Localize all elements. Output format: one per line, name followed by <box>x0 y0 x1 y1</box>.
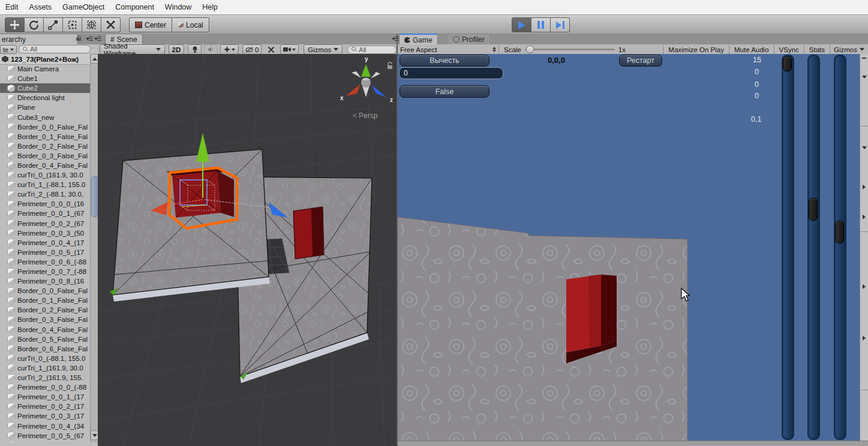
vertical-slider-1[interactable] <box>782 55 794 440</box>
vertical-slider-2[interactable] <box>807 55 820 440</box>
hierarchy-item[interactable]: curTri_0_(-88.1, 155.0 <box>0 354 90 363</box>
visibility-toggle[interactable]: 0 <box>242 44 262 55</box>
vsync-toggle[interactable]: VSync <box>774 46 804 53</box>
restart-button[interactable]: Рестарт <box>619 55 662 67</box>
hierarchy-item[interactable]: curTri_2_(161.9, 155. <box>0 373 90 382</box>
hierarchy-item[interactable]: Border_0_2_False_Fal <box>0 305 90 315</box>
hierarchy-item[interactable]: curTri_1_(-88.1, 155.0 <box>0 180 90 189</box>
foldout-arrow-icon[interactable] <box>863 336 866 340</box>
hierarchy-item[interactable]: Border_0_5_False_Fal <box>0 334 90 344</box>
scene-header-row[interactable]: 123_73(Plane2+Вож) <box>0 54 92 65</box>
rect-tool-button[interactable] <box>63 17 82 32</box>
foldout-arrow-icon[interactable] <box>862 146 867 149</box>
audio-toggle[interactable] <box>204 44 218 55</box>
hierarchy-item[interactable]: Perimeter_0_0_7_(-88 <box>0 267 90 276</box>
slider-handle[interactable] <box>809 198 818 221</box>
hierarchy-item[interactable]: Perimeter_0_0_2_(17 <box>0 402 90 411</box>
hierarchy-search-input[interactable]: All <box>19 45 91 53</box>
slider-handle[interactable] <box>783 56 792 71</box>
hierarchy-item[interactable]: curTri_1_(161.9, 30.0 <box>0 363 90 373</box>
scale-tool-button[interactable] <box>44 17 63 32</box>
hierarchy-item[interactable]: Perimeter_0_0_5_(67 <box>0 431 90 441</box>
aspect-dropdown[interactable]: Free Aspect <box>398 45 499 55</box>
menu-item[interactable]: Assets <box>24 1 58 14</box>
stats-toggle[interactable]: Stats <box>804 46 830 53</box>
slider-handle[interactable] <box>835 221 844 243</box>
subtract-button[interactable]: Вычесть <box>400 55 489 67</box>
hierarchy-item[interactable]: Perimeter_0_0_4_(34 <box>0 421 90 430</box>
foldout-arrow-icon[interactable] <box>862 76 867 79</box>
profiler-tab[interactable]: Profiler <box>447 34 490 44</box>
hierarchy-item[interactable]: Border_0_0_False_Fal <box>0 286 90 296</box>
inspector-sliver[interactable] <box>860 54 868 441</box>
hierarchy-scrollbar[interactable] <box>90 54 98 442</box>
hierarchy-item[interactable]: Border_0_4_False_Fal <box>0 161 90 170</box>
hierarchy-item[interactable]: Perimeter_0_0_8_(16 <box>0 276 90 286</box>
vertical-slider-3[interactable] <box>834 55 846 440</box>
menu-item[interactable]: Component <box>110 1 160 14</box>
projection-label[interactable]: Persp <box>353 112 377 120</box>
hierarchy-item[interactable]: Border_0_1_False_Fal <box>0 132 90 141</box>
2d-toggle[interactable]: 2D <box>169 44 185 55</box>
hierarchy-item[interactable]: curTri_0_(161.9, 30.0 <box>0 170 90 180</box>
hierarchy-item[interactable]: Border_0_3_False_Fal <box>0 315 90 324</box>
mute-audio-toggle[interactable]: Mute Audio <box>729 46 774 53</box>
draw-mode-dropdown[interactable]: Shaded Wireframe <box>100 44 165 55</box>
create-button[interactable]: te <box>0 45 17 54</box>
hierarchy-item[interactable]: Perimeter_0_0_3_(50 <box>0 228 90 238</box>
scale-slider[interactable] <box>525 49 615 50</box>
hierarchy-item[interactable]: Border_0_1_False_Fal <box>0 296 90 305</box>
scale-slider-handle[interactable] <box>526 46 534 53</box>
hierarchy-item[interactable]: Perimeter_0_0_2_(67 <box>0 219 90 228</box>
menu-item[interactable]: Window <box>160 1 197 14</box>
menu-item[interactable]: Edit <box>0 1 24 14</box>
hierarchy-item[interactable]: Perimeter_0_0_0_(-88 <box>0 382 90 392</box>
hierarchy-item[interactable]: Perimeter_0_0_3_(17 <box>0 411 90 421</box>
pivot-center-button[interactable]: Center <box>129 17 172 32</box>
pause-button[interactable] <box>531 17 551 32</box>
hierarchy-item[interactable]: Border_0_3_False_Fal <box>0 151 90 161</box>
scene-gizmos-dropdown[interactable]: Gizmos <box>304 44 343 55</box>
transform-tool-button[interactable] <box>82 17 101 32</box>
foldout-arrow-icon[interactable] <box>863 215 866 219</box>
step-button[interactable] <box>551 17 570 32</box>
hierarchy-item[interactable]: Perimeter_0_0_6_(-88 <box>0 257 90 267</box>
game-gizmos-dropdown[interactable]: Gizmos <box>830 46 868 53</box>
hierarchy-item[interactable]: Border_0_0_False_Fal <box>0 122 90 132</box>
play-button[interactable] <box>512 17 531 32</box>
menu-item[interactable]: Help <box>197 1 223 14</box>
hierarchy-item[interactable]: Perimeter_0_0_4_(17 <box>0 238 90 248</box>
hierarchy-item[interactable]: Border_0_6_False_Fal <box>0 344 90 354</box>
hierarchy-item[interactable]: Cube3_new <box>0 112 90 122</box>
hierarchy-item[interactable]: Cube1 <box>0 74 90 83</box>
hierarchy-item[interactable]: Perimeter_0_0_5_(17 <box>0 248 90 257</box>
hierarchy-item[interactable]: Main Camera <box>0 64 90 74</box>
hierarchy-item[interactable]: Perimeter_0_0_1_(17 <box>0 392 90 402</box>
hierarchy-item[interactable]: Perimeter_0_0_0_(16 <box>0 199 90 209</box>
game-viewport[interactable]: Вычесть 0,0,0 Рестарт 0 False 15 0 0 0 0… <box>398 54 860 441</box>
hierarchy-item[interactable]: Perimeter_0_0_1_(67 <box>0 209 90 218</box>
false-button[interactable]: False <box>400 85 489 98</box>
hierarchy-item[interactable]: curTri_2_(-88.1, 30.0, <box>0 189 90 199</box>
hierarchy-item[interactable]: Border_0_2_False_Fal <box>0 141 90 151</box>
hierarchy-item[interactable]: Cube2 <box>0 83 90 93</box>
number-input[interactable]: 0 <box>399 67 503 79</box>
camera-dropdown[interactable] <box>280 44 299 55</box>
effects-dropdown[interactable] <box>220 44 239 55</box>
maximize-on-play-toggle[interactable]: Maximize On Play <box>663 46 729 53</box>
move-tool-button[interactable] <box>5 17 25 32</box>
hierarchy-item[interactable]: Border_0_4_False_Fal <box>0 325 90 334</box>
rotate-tool-button[interactable] <box>25 17 44 32</box>
lighting-toggle[interactable] <box>188 44 202 55</box>
component-tools-button[interactable] <box>265 45 278 54</box>
hierarchy-tab[interactable]: erarchy <box>0 34 78 44</box>
menu-item[interactable]: GameObject <box>57 1 110 14</box>
hierarchy-item[interactable]: Plane <box>0 103 90 112</box>
scene-search-input[interactable]: All <box>347 46 397 54</box>
hierarchy-item[interactable]: Directional light <box>0 93 90 103</box>
scene-viewport[interactable]: y x z <box>98 54 397 446</box>
custom-tool-button[interactable] <box>101 17 121 32</box>
foldout-arrow-icon[interactable] <box>863 284 866 289</box>
game-tab[interactable]: Game <box>399 34 438 45</box>
rotation-local-button[interactable]: Local <box>172 17 209 32</box>
